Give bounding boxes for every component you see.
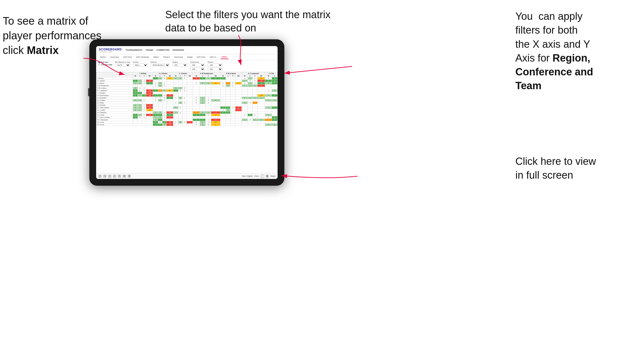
matrix-cell: 0 <box>162 99 167 102</box>
nav-teams[interactable]: TEAMS <box>146 49 153 51</box>
tab-summary2[interactable]: Summary <box>173 55 184 59</box>
tab-matrix-active[interactable]: Matrix <box>221 55 228 59</box>
filter-region: Region N/A N/A <box>173 61 187 67</box>
matrix-cell <box>173 104 178 107</box>
matrix-cell <box>193 80 200 82</box>
matrix-cell <box>265 85 272 87</box>
nav-rankings[interactable]: RANKINGS <box>173 49 184 51</box>
matrix-cell: 1 <box>200 124 206 126</box>
nav-committee[interactable]: COMMITTEE <box>157 49 170 51</box>
watch-button[interactable]: Watch <box>254 175 259 177</box>
matrix-cell: 0 <box>142 114 146 116</box>
matrix-cell <box>220 80 226 82</box>
player-name-cell: 17. S De La Fuente <box>96 116 133 119</box>
matrix-cell <box>242 111 248 114</box>
matrix-cell <box>187 82 193 85</box>
pointer-icon[interactable]: ↖ <box>118 175 121 178</box>
matrix-cell: 1 <box>200 82 206 85</box>
tab-summary[interactable]: Summary <box>109 55 120 59</box>
full-view-option[interactable]: Full View <box>98 61 112 63</box>
share-button[interactable]: Share <box>271 175 275 177</box>
matrix-cell: 1 <box>200 97 206 99</box>
tab-h2h-h[interactable]: H2H H... <box>209 55 219 59</box>
matrix-cell: 0 <box>158 121 162 124</box>
matrix-cell <box>146 87 153 89</box>
matrix-cell <box>153 92 158 94</box>
redo-icon[interactable]: ↪ <box>103 175 106 178</box>
matrix-cell <box>187 89 193 92</box>
sh-5-l: L <box>226 75 230 77</box>
matrix-container[interactable]: 1. W Ding 2. L Clanton 3. J Koivun 4. M … <box>96 72 278 179</box>
table-row: 18. C Sherwood1300220-10101145 <box>96 119 278 121</box>
matrix-cell: 1 <box>178 97 183 99</box>
player-name-cell: 2. L Clanton <box>96 80 133 82</box>
table-row: 15. P Maichon110-1910411-722 <box>96 111 278 114</box>
matrix-cell <box>153 87 158 89</box>
compact-view-radio[interactable] <box>98 64 100 66</box>
matrix-cell <box>242 89 248 92</box>
matrix-cell <box>173 109 178 111</box>
matrix-cell: 13 <box>257 77 265 80</box>
region-select[interactable]: N/A N/A <box>173 63 187 67</box>
matrix-cell <box>220 121 226 124</box>
matrix-cell <box>193 94 200 97</box>
matrix-cell: 0 <box>183 77 187 80</box>
conference-select-y[interactable]: (All) <box>190 68 205 71</box>
fullscreen-icon[interactable]: ⤢ <box>261 175 264 178</box>
matrix-cell: 1 <box>257 119 265 121</box>
tab-h2h-heatmap[interactable]: H2H Heatmap <box>135 55 150 59</box>
tab-h2h-grid[interactable]: H2H Grid <box>122 55 133 59</box>
max-players-select[interactable]: Top 25 Top 50 <box>115 63 130 67</box>
player-name-cell: 5. M La Sasso <box>96 87 133 89</box>
matrix-cell <box>200 80 206 82</box>
nav-fwd-icon[interactable]: → <box>113 175 116 178</box>
matrix-cell <box>226 77 230 80</box>
conference-select-x[interactable]: (All) <box>190 63 205 67</box>
matrix-cell <box>178 94 183 97</box>
sh-4-l: L <box>200 75 206 77</box>
matrix-cell <box>211 116 220 119</box>
tab-teams[interactable]: Teams <box>99 55 107 59</box>
matrix-cell <box>178 124 183 126</box>
players-select-x[interactable]: (All) <box>208 63 223 67</box>
matrix-cell: 0 <box>158 97 162 99</box>
compact-view-option[interactable]: Compact View <box>98 64 112 66</box>
player-name-cell: 20. M Ford <box>96 124 133 126</box>
matrix-cell <box>230 124 235 126</box>
matrix-cell <box>178 109 183 111</box>
undo-icon[interactable]: ↩ <box>98 175 102 178</box>
matrix-cell: 1 <box>133 99 138 102</box>
matrix-cell <box>272 85 278 87</box>
arrow-right-filters <box>284 66 352 73</box>
matrix-cell <box>178 92 183 94</box>
matrix-cell: 1 <box>242 102 248 104</box>
matrix-cell <box>138 85 142 87</box>
matrix-cell <box>167 87 173 89</box>
division-select[interactable]: NCAA Division I <box>151 63 170 67</box>
tab-players[interactable]: Players <box>162 55 171 59</box>
nav-tournaments[interactable]: TOURNAMENTS <box>125 49 142 51</box>
settings-icon[interactable]: ⚙ <box>128 175 131 178</box>
matrix-cell: 2 <box>272 77 278 80</box>
tab-h2h-grid2[interactable]: H2H Grid <box>196 55 206 59</box>
players-select-y[interactable]: (All) <box>208 68 223 71</box>
full-view-radio[interactable] <box>98 61 100 63</box>
matrix-cell <box>211 102 220 104</box>
grid-icon[interactable]: ⊞ <box>266 175 269 178</box>
zoom-icon[interactable]: ⊕ <box>123 175 126 178</box>
matrix-cell: -25 <box>146 114 153 116</box>
matrix-cell <box>242 116 248 119</box>
tab-matrix-main[interactable]: Matrix <box>152 55 160 59</box>
matrix-cell <box>158 102 162 104</box>
gender-select[interactable]: Men's Women's <box>133 63 148 67</box>
matrix-cell: 1 <box>226 85 230 87</box>
matrix-cell <box>187 119 193 121</box>
nav-back-icon[interactable]: ← <box>108 175 111 178</box>
matrix-cell <box>138 119 142 121</box>
matrix-cell: 1 <box>265 82 272 85</box>
player-name-cell: 6. C Lamprecht <box>96 89 133 92</box>
matrix-cell <box>173 116 178 119</box>
tab-detail[interactable]: Detail <box>186 55 194 59</box>
matrix-cell <box>205 104 211 107</box>
matrix-cell <box>138 97 142 99</box>
